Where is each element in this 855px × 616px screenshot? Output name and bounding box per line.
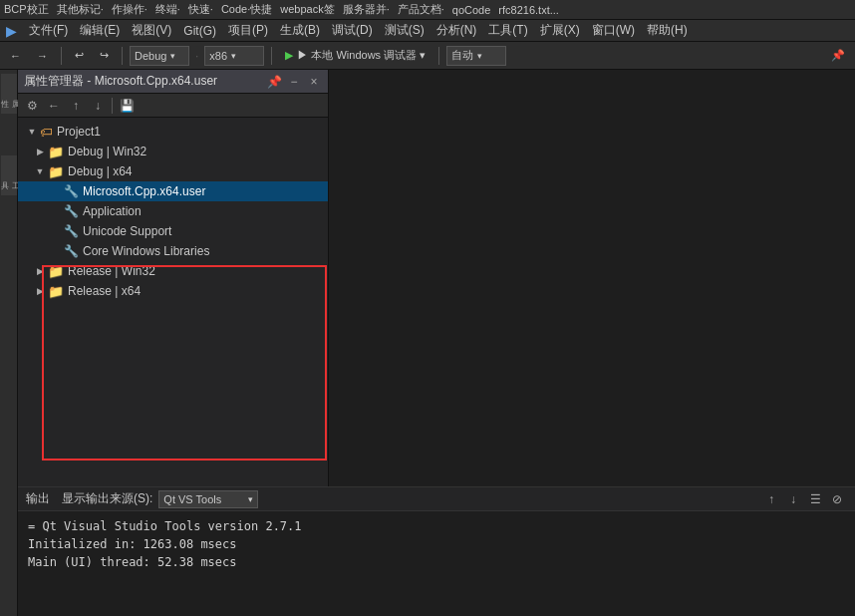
redo-button[interactable]: ↪: [94, 45, 115, 67]
release-win32-arrow-icon: [34, 265, 46, 277]
unicode-wrench-icon: 🔧: [64, 224, 79, 238]
output-source-label: 显示输出来源(S):: [62, 490, 152, 507]
output-source-dropdown[interactable]: Qt VS Tools ▾: [158, 490, 258, 508]
vs-icon: ▶: [6, 23, 17, 39]
tree-root[interactable]: 🏷 Project1: [18, 122, 328, 142]
tab-qocode[interactable]: qoCode: [452, 4, 491, 16]
panel-titlebar: 属性管理器 - Microsoft.Cpp.x64.user 📌 − ×: [18, 70, 328, 94]
run-debug-button[interactable]: ▶ ▶ 本地 Windows 调试器 ▾: [279, 45, 431, 67]
output-line-1: = Qt Visual Studio Tools version 2.7.1: [28, 517, 845, 535]
tree-unicode-support[interactable]: 🔧 Unicode Support: [18, 221, 328, 241]
pin-panel-button[interactable]: 📌: [266, 74, 282, 90]
forward-button[interactable]: →: [31, 45, 54, 67]
release-x64-arrow-icon: [34, 285, 46, 297]
menu-view[interactable]: 视图(V): [126, 22, 177, 39]
output-up-button[interactable]: ↑: [761, 489, 781, 509]
menu-edit[interactable]: 编辑(E): [74, 22, 126, 39]
minimize-panel-button[interactable]: −: [286, 74, 302, 90]
menu-build[interactable]: 生成(B): [274, 22, 326, 39]
platform-dropdown[interactable]: x86 ▾: [204, 46, 264, 66]
close-panel-button[interactable]: ×: [306, 74, 322, 90]
microsoft-cpp-label: Microsoft.Cpp.x64.user: [83, 184, 205, 198]
output-clear-button[interactable]: ⊘: [827, 489, 847, 509]
tab-quick[interactable]: 快速·: [188, 2, 213, 17]
debug-x64-folder-icon: 📁: [48, 164, 64, 179]
toolbar-sep-3: [271, 47, 272, 65]
menu-tools[interactable]: 工具(T): [482, 22, 533, 39]
core-windows-label: Core Windows Libraries: [83, 244, 209, 258]
tree-core-windows[interactable]: 🔧 Core Windows Libraries: [18, 241, 328, 261]
top-tab-bar: BCP校正 其他标记· 作操作· 终端· 快速· Code·快捷 webpack…: [0, 0, 855, 20]
unicode-label: Unicode Support: [83, 224, 171, 238]
tab-terminal[interactable]: 终端·: [155, 2, 180, 17]
root-label: Project1: [57, 125, 101, 139]
debug-win32-arrow-icon: [34, 146, 46, 157]
tab-webpack[interactable]: webpack签: [280, 2, 334, 17]
menu-git[interactable]: Git(G): [177, 24, 222, 38]
tab-code[interactable]: Code·快捷: [221, 2, 272, 17]
toolbar-sep-4: [438, 47, 439, 65]
config-dropdown-arrow: ▾: [170, 51, 175, 61]
release-x64-folder-icon: 📁: [48, 284, 64, 299]
tree-microsoft-cpp[interactable]: 🔧 Microsoft.Cpp.x64.user: [18, 181, 328, 201]
tree-view: 🏷 Project1 📁 Debug | Win32 📁 Debug | x64: [18, 118, 328, 305]
config-label: Debug: [135, 50, 166, 62]
panel-back-button[interactable]: ←: [44, 96, 64, 116]
root-arrow-icon: [26, 126, 38, 138]
auto-label: 自动: [451, 48, 473, 63]
root-folder-icon: 🏷: [40, 125, 53, 140]
tree-application[interactable]: 🔧 Application: [18, 201, 328, 221]
pin-button[interactable]: 📌: [825, 45, 851, 67]
tab-bcp[interactable]: BCP校正: [4, 2, 49, 17]
output-source-value: Qt VS Tools: [163, 493, 221, 505]
panel-settings-button[interactable]: ⚙: [22, 96, 42, 116]
panel-up-button[interactable]: ↑: [66, 96, 86, 116]
output-line-4: Main (UI) thread: 52.38 msecs: [28, 553, 845, 571]
undo-button[interactable]: ↩: [69, 45, 90, 67]
auto-dropdown[interactable]: 自动 ▾: [446, 46, 506, 66]
main-toolbar: ← → ↩ ↪ Debug ▾ · x86 ▾ ▶ ▶ 本地 Windows 调…: [0, 42, 855, 70]
panel-save-button[interactable]: 💾: [117, 96, 137, 116]
side-icon-1[interactable]: 属性: [1, 74, 17, 114]
side-icon-2[interactable]: 工具: [1, 155, 17, 195]
auto-dropdown-arrow: ▾: [477, 51, 482, 61]
menu-file[interactable]: 文件(F): [23, 22, 74, 39]
tree-debug-x64[interactable]: 📁 Debug | x64: [18, 161, 328, 181]
output-line-3: Initialized in: 1263.08 msecs: [28, 535, 845, 553]
microsoft-cpp-wrench-icon: 🔧: [64, 184, 79, 198]
tree-release-x64[interactable]: 📁 Release | x64: [18, 281, 328, 301]
back-button[interactable]: ←: [4, 45, 27, 67]
toolbar-sep-1: [61, 47, 62, 65]
tab-other[interactable]: 其他标记·: [57, 2, 104, 17]
platform-dropdown-arrow: ▾: [231, 51, 236, 61]
release-x64-label: Release | x64: [68, 284, 141, 298]
tab-server[interactable]: 服务器并·: [343, 2, 390, 17]
panel-tb-sep: [112, 98, 113, 114]
panel-down-button[interactable]: ↓: [88, 96, 108, 116]
debug-win32-label: Debug | Win32: [68, 145, 146, 158]
application-wrench-icon: 🔧: [64, 204, 79, 218]
menu-help[interactable]: 帮助(H): [641, 22, 694, 39]
tree-release-win32[interactable]: 📁 Release | Win32: [18, 261, 328, 281]
config-dropdown[interactable]: Debug ▾: [130, 46, 189, 66]
output-list-button[interactable]: ☰: [805, 489, 825, 509]
panel-toolbar: ⚙ ← ↑ ↓ 💾: [18, 94, 328, 118]
output-panel: 输出 显示输出来源(S): Qt VS Tools ▾ ↑ ↓ ☰ ⊘ = Qt…: [18, 486, 855, 616]
tree-debug-win32[interactable]: 📁 Debug | Win32: [18, 142, 328, 161]
output-toolbar: ↑ ↓ ☰ ⊘: [761, 489, 847, 509]
menu-debug[interactable]: 调试(D): [326, 22, 379, 39]
menu-project[interactable]: 项目(P): [222, 22, 274, 39]
menu-extensions[interactable]: 扩展(X): [534, 22, 586, 39]
menu-test[interactable]: 测试(S): [379, 22, 430, 39]
tab-product[interactable]: 产品文档·: [398, 2, 444, 17]
application-label: Application: [83, 204, 142, 218]
tab-operate[interactable]: 作操作·: [112, 2, 147, 17]
release-win32-folder-icon: 📁: [48, 264, 64, 279]
output-dropdown-arrow: ▾: [248, 494, 253, 504]
tab-rfc[interactable]: rfc8216.txt...: [498, 4, 559, 16]
debug-win32-folder-icon: 📁: [48, 145, 64, 159]
menu-analyze[interactable]: 分析(N): [430, 22, 483, 39]
toolbar-sep-2: [122, 47, 123, 65]
menu-window[interactable]: 窗口(W): [586, 22, 641, 39]
output-down-button[interactable]: ↓: [783, 489, 803, 509]
